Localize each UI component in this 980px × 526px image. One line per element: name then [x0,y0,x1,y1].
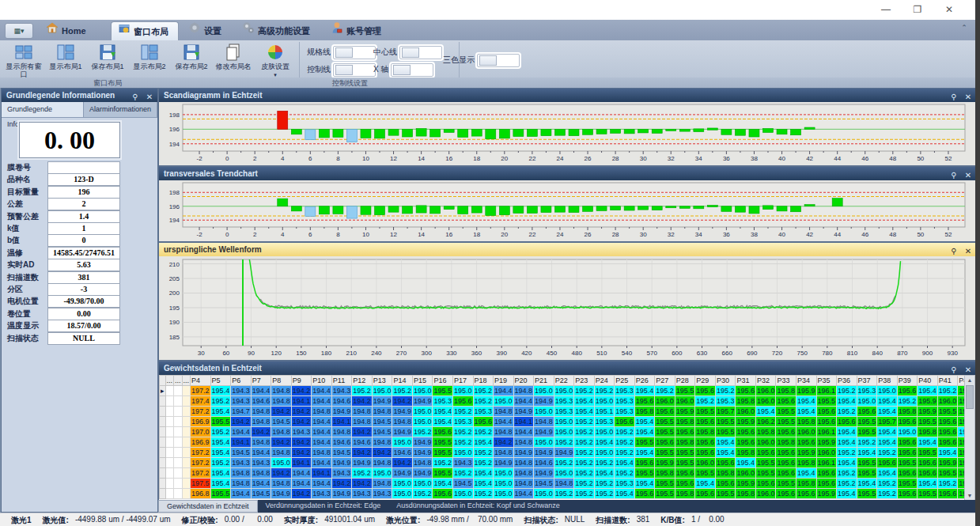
column-header[interactable]: P13 [372,376,392,386]
column-header[interactable]: P17 [452,376,473,386]
column-header[interactable]: P31 [736,376,756,386]
column-header[interactable]: P41 [937,376,958,386]
table-row[interactable]: 197.0195.2194.4194.2194.8194.3194.4194.8… [160,427,980,437]
cell-P7: 194.4 [251,479,271,489]
column-header[interactable]: P7 [251,376,271,386]
toolbar-button-3[interactable]: 显示布局2 [129,41,170,77]
ribbon-tab-home[interactable]: Home [40,21,96,40]
column-header[interactable]: P12 [352,376,373,386]
toggle-switch[interactable] [333,46,376,59]
svg-text:28: 28 [612,231,619,238]
column-header[interactable]: P39 [897,376,918,386]
scroll-up-icon[interactable]: ▲ [965,376,974,384]
minimize-button[interactable]: — [874,3,898,17]
column-header[interactable]: P26 [634,376,655,386]
toolbar-button-5[interactable]: 修改布局名 [213,41,254,77]
toggle-knob [335,65,353,75]
bottom-tab-1[interactable]: Verdünnungsdaten in Echtzeit: Edge [258,500,389,513]
toggle-switch[interactable] [477,54,520,67]
table-row[interactable]: 196.8195.5194.4194.5194.9194.2194.3194.9… [160,489,980,499]
scroll-down-icon[interactable]: ▼ [965,491,974,500]
column-header[interactable]: P8 [271,376,292,386]
ribbon-tab-4[interactable]: 账号管理 [324,21,391,40]
ribbon-collapse-icon[interactable]: ⌃ [959,24,970,35]
toolbar-button-2[interactable]: 保存布局1 [87,41,128,77]
ribbon-tab-1[interactable]: 窗口布局 [111,21,179,41]
column-header[interactable]: P24 [594,376,615,386]
close-button[interactable]: ✕ [937,3,961,17]
column-header[interactable]: P29 [695,376,716,386]
table-row[interactable]: 197.2195.4194.8194.8194.2194.4194.1194.3… [160,468,980,479]
column-header[interactable]: P15 [412,376,433,386]
cell-P11: 194.2 [331,479,352,489]
column-header[interactable]: ... [182,376,191,386]
column-header[interactable]: P18 [473,376,494,386]
table-row[interactable]: 197.2195.2194.3194.3195.0194.1194.4194.9… [160,458,980,468]
cell-P19: 194.4 [494,417,514,427]
close-icon[interactable]: ✕ [963,244,973,258]
column-header[interactable]: P16 [433,376,453,386]
toggle-switch[interactable] [399,46,442,59]
table-row[interactable]: 196.9195.4194.1194.8194.2194.2194.4194.6… [160,437,980,448]
table-scrollbar[interactable]: ▲ ▼ [964,375,975,501]
column-header[interactable]: P6 [231,376,252,386]
table-row[interactable]: 197.2195.4194.7194.8194.2194.2194.8194.9… [160,407,980,417]
bottom-tab-0[interactable]: Gewichtsdaten in Echtzeit [158,500,258,513]
column-header[interactable]: P28 [675,376,695,386]
pin-icon[interactable]: ⚲ [949,90,959,104]
column-header[interactable]: P25 [615,376,635,386]
table-row[interactable]: 196.9195.5194.2194.8194.5194.2194.4194.1… [160,417,980,427]
column-header[interactable]: P9 [291,376,312,386]
close-icon[interactable]: ✕ [145,90,154,104]
tab-basic-information[interactable]: Grundlegende Informatio... [2,102,84,117]
toolbar-button-4[interactable]: 保存布局2 [171,41,212,77]
toolbar-button-6[interactable]: 皮肤设置▾ [255,41,296,77]
column-header[interactable]: P22 [554,376,574,386]
ribbon-tab-3[interactable]: 高级功能设置 [236,21,320,40]
bottom-tab-2[interactable]: Ausdünnungsdaten in Echtzeit: Kopf und S… [388,500,568,513]
column-header[interactable]: P30 [715,376,736,386]
ribbon-tab-2[interactable]: 设置 [182,21,231,40]
column-header[interactable]: P40 [918,376,938,386]
close-icon[interactable]: ✕ [963,90,973,104]
toggle-switch[interactable] [333,63,376,77]
column-header[interactable]: P19 [494,376,514,386]
column-header[interactable]: P4 [191,376,211,386]
column-header[interactable]: P21 [534,376,554,386]
toggle-switch[interactable] [391,63,433,77]
cell-P13: 194.3 [372,489,392,499]
column-header[interactable]: P33 [776,376,796,386]
column-header[interactable]: ... [174,376,183,386]
app-menu-button[interactable]: ▦▾ [5,23,33,39]
scroll-thumb[interactable] [966,385,974,409]
svg-text:10: 10 [362,231,369,238]
column-header[interactable] [160,376,166,386]
column-header[interactable]: P32 [755,376,776,386]
column-header[interactable]: P36 [837,376,857,386]
column-header[interactable]: P27 [655,376,675,386]
tab-alarm-information[interactable]: Alarminformationen [84,102,157,117]
column-header[interactable]: P35 [816,376,837,386]
column-header[interactable]: P20 [513,376,534,386]
column-header[interactable]: P37 [857,376,877,386]
table-row[interactable]: 197.5195.4194.8194.4194.8194.4194.4194.2… [160,479,980,489]
column-header[interactable]: P5 [210,376,231,386]
column-header[interactable]: P34 [796,376,817,386]
pin-icon[interactable]: ⚲ [131,90,140,104]
table-row[interactable]: 197.4195.2194.3194.6194.8194.1194.4194.6… [160,396,980,407]
column-header[interactable]: P38 [877,376,898,386]
maximize-button[interactable]: ❐ [906,3,929,17]
column-header[interactable]: P14 [392,376,413,386]
cell-P25: 195.4 [615,458,635,468]
pin-icon[interactable]: ⚲ [949,244,959,258]
close-icon[interactable]: ✕ [963,168,973,182]
column-header[interactable]: P23 [574,376,595,386]
toolbar-button-1[interactable]: 显示布局1 [45,41,86,77]
column-header[interactable]: ... [165,376,174,386]
pin-icon[interactable]: ⚲ [949,168,959,182]
table-row[interactable]: 197.2195.4194.5194.4194.8194.2194.8194.5… [160,448,980,458]
column-header[interactable]: P11 [331,376,352,386]
toolbar-button-0[interactable]: 显示所有窗口 [3,41,44,77]
table-row[interactable]: ▸197.2195.4194.3194.4194.8194.2194.4194.… [160,386,980,396]
column-header[interactable]: P10 [312,376,332,386]
